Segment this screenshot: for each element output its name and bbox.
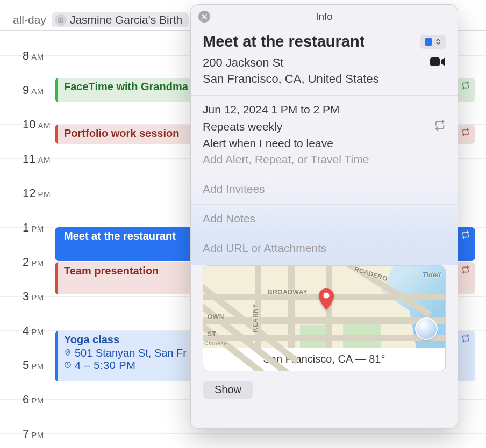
map-street-label: KEARNY bbox=[252, 304, 259, 333]
repeat-icon bbox=[461, 265, 470, 276]
location-line2: San Francisco, CA, United States bbox=[203, 71, 379, 87]
add-notes[interactable]: Add Notes bbox=[203, 212, 255, 225]
video-call-icon[interactable] bbox=[430, 56, 446, 70]
clock-icon bbox=[64, 361, 72, 371]
map-street-label: OWN bbox=[208, 313, 224, 321]
event-title: FaceTime with Grandma bbox=[64, 81, 188, 92]
map-park bbox=[343, 321, 381, 348]
gift-icon bbox=[55, 14, 67, 26]
repeat-icon bbox=[461, 230, 470, 241]
repeat-icon bbox=[461, 334, 470, 345]
event-location-field[interactable]: 200 Jackson St San Francisco, CA, United… bbox=[203, 55, 379, 86]
close-icon[interactable] bbox=[198, 11, 210, 23]
popover-titlebar: Info bbox=[191, 5, 458, 28]
section-notes: Add Notes bbox=[191, 204, 458, 234]
map-canvas: BROADWAY KEARNY OWN ST Chinese RCADERO T… bbox=[203, 266, 445, 348]
hour-label: 4PM bbox=[23, 324, 44, 338]
hour-row: 7PM bbox=[0, 433, 486, 448]
allday-label: all-day bbox=[13, 13, 46, 26]
event-title-field[interactable]: Meet at the restaurant bbox=[203, 33, 364, 50]
hour-label: 11AM bbox=[23, 152, 51, 166]
map-road bbox=[288, 266, 295, 348]
location-map[interactable]: BROADWAY KEARNY OWN ST Chinese RCADERO T… bbox=[203, 265, 446, 371]
map-water-label: Tideli bbox=[423, 271, 441, 279]
svg-point-4 bbox=[324, 293, 330, 299]
hour-label: 7PM bbox=[23, 427, 44, 441]
event-title: Team presentation bbox=[64, 265, 159, 277]
repeat-icon bbox=[434, 119, 446, 134]
event-datetime-field[interactable]: Jun 12, 2024 1 PM to 2 PM bbox=[203, 103, 446, 116]
allday-event-chip[interactable]: Jasmine Garcia's Birth bbox=[52, 12, 189, 27]
hour-label: 1PM bbox=[23, 221, 44, 235]
event-repeat-field[interactable]: Repeats weekly bbox=[203, 120, 282, 133]
hour-label: 3PM bbox=[23, 290, 44, 304]
event-info-popover: Info Meet at the restaurant 200 Jackson … bbox=[190, 4, 458, 429]
event-title: Yoga class bbox=[64, 334, 119, 345]
calendar-color-picker[interactable] bbox=[420, 35, 446, 49]
section-attachments: Add URL or Attachments bbox=[191, 234, 458, 265]
hour-label: 8AM bbox=[23, 49, 44, 63]
add-invitees[interactable]: Add Invitees bbox=[203, 183, 265, 195]
calendar-swatch-icon bbox=[425, 38, 432, 46]
popover-title: Info bbox=[316, 11, 333, 23]
popover-footer: Show bbox=[191, 374, 458, 408]
svg-rect-3 bbox=[430, 57, 440, 66]
location-line1: 200 Jackson St bbox=[203, 55, 379, 71]
map-poi-label: Chinese bbox=[204, 341, 227, 346]
repeat-icon bbox=[461, 128, 470, 139]
hour-label: 2PM bbox=[23, 255, 44, 269]
hour-label: 5PM bbox=[23, 358, 44, 372]
add-url-attachments[interactable]: Add URL or Attachments bbox=[203, 242, 326, 254]
section-time: Jun 12, 2024 1 PM to 2 PM Repeats weekly… bbox=[191, 95, 458, 175]
allday-event-title: Jasmine Garcia's Birth bbox=[70, 13, 182, 26]
event-time: 4 – 5:30 PM bbox=[75, 359, 135, 372]
hour-label: 10AM bbox=[23, 118, 51, 132]
hour-label: 12PM bbox=[23, 186, 51, 200]
event-alert-field[interactable]: Alert when I need to leave bbox=[203, 137, 446, 150]
add-alert-repeat-travel[interactable]: Add Alert, Repeat, or Travel Time bbox=[203, 153, 446, 166]
hour-label: 6PM bbox=[23, 393, 44, 407]
event-location: 501 Stanyan St, San Fr bbox=[75, 347, 187, 359]
repeat-icon bbox=[461, 81, 470, 92]
location-pin-icon bbox=[64, 349, 72, 358]
chevron-updown-icon bbox=[435, 39, 441, 45]
event-title: Portfolio work session bbox=[64, 127, 179, 139]
map-street-label: ST bbox=[208, 330, 216, 338]
svg-point-1 bbox=[67, 351, 69, 352]
map-pin-icon bbox=[318, 288, 334, 310]
map-street-label: BROADWAY bbox=[268, 288, 308, 296]
section-invitees: Add Invitees bbox=[191, 175, 458, 204]
hour-label: 9AM bbox=[23, 83, 44, 97]
section-title-location: Meet at the restaurant 200 Jackson St Sa… bbox=[191, 28, 458, 95]
event-title: Meet at the restaurant bbox=[64, 230, 176, 242]
show-button[interactable]: Show bbox=[203, 381, 253, 399]
